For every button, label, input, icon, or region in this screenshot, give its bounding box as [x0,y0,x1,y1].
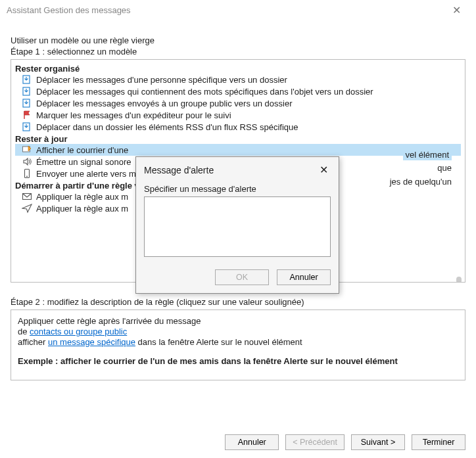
window-title: Assistant Gestion des messages [7,5,443,15]
rule-label: Marquer les messages d'un expéditeur pou… [36,110,231,120]
rule-label: Appliquer la règle aux m [36,204,128,214]
alert-message-dialog: Message d'alerte ✕ Spécifier un message … [135,156,339,294]
rule-label: Déplacer dans un dossier les éléments RS… [36,122,298,132]
rule-label: Déplacer les messages d'une personne spé… [36,75,287,85]
desc-line1: Appliquer cette règle après l'arrivée du… [18,316,458,326]
scrollbar-thumb[interactable] [456,277,462,283]
previous-button: < Précédent [285,434,345,450]
move-to-folder-icon [22,86,32,97]
dialog-body: Spécifier un message d'alerte [136,181,339,265]
dialog-cancel-button[interactable]: Annuler [277,269,331,285]
wizard-footer: Annuler < Précédent Suivant > Terminer [0,434,476,450]
svg-point-6 [26,176,28,177]
step1-label: Étape 1 : sélectionnez un modèle [11,47,465,57]
rule-label: Afficher le courrier d'une [36,145,128,155]
rule-move-rss[interactable]: Déplacer dans un dossier les éléments RS… [15,121,461,133]
rule-move-group[interactable]: Déplacer les messages envoyés à un group… [15,97,461,109]
dialog-close-button[interactable]: ✕ [317,164,331,176]
finish-button[interactable]: Terminer [412,434,465,450]
rule-list-organised: Déplacer les messages d'une personne spé… [15,74,461,133]
category-organised: Rester organisé [15,64,461,74]
next-button[interactable]: Suivant > [351,434,405,450]
link-message[interactable]: un message spécifique [48,337,135,347]
desc-example: Exemple : afficher le courrier de l'un d… [18,356,458,366]
dialog-titlebar: Message d'alerte ✕ [136,157,339,181]
rule-alert-window[interactable]: Afficher le courrier d'une [15,144,461,156]
rule-move-person[interactable]: Déplacer les messages d'une personne spé… [15,74,461,85]
rule-label: Déplacer les messages envoyés à un group… [36,99,293,108]
description-panel: Appliquer cette règle après l'arrivée du… [11,309,465,380]
dialog-ok-button: OK [215,269,269,285]
flag-icon [22,110,32,120]
step2-label: Étape 2 : modifiez la description de la … [11,297,465,307]
dialog-title: Message d'alerte [144,165,317,175]
dialog-label: Spécifier un message d'alerte [144,184,331,194]
desc-line3: afficher un message spécifique dans la f… [18,337,458,347]
move-to-folder-icon [22,98,32,108]
rule-sound-tail: que [437,163,452,173]
window-close-button[interactable]: ✕ [443,4,469,16]
intro-heading: Utiliser un modèle ou une règle vierge [11,35,465,45]
rule-mobile-tail: jes de quelqu'un [390,177,452,187]
mobile-icon [22,168,32,179]
rule-flag-sender[interactable]: Marquer les messages d'un expéditeur pou… [15,109,461,121]
rule-label: Appliquer la règle aux m [36,192,128,202]
rule-label: Déplacer les messages qui contiennent de… [36,87,373,97]
envelope-icon [22,191,32,202]
sound-icon [22,156,32,167]
alert-window-icon [22,145,32,155]
rule-label: Envoyer une alerte vers m [36,169,136,179]
dialog-footer: OK Annuler [136,265,339,293]
move-to-folder-icon [22,74,32,85]
category-uptodate: Rester à jour [15,134,461,144]
link-contacts[interactable]: contacts ou groupe public [30,327,127,336]
cancel-button[interactable]: Annuler [225,434,279,450]
rule-alert-window-tail: vel élément [403,149,452,160]
rule-label: Émettre un signal sonore [36,157,131,167]
send-icon [22,203,32,214]
rule-move-words[interactable]: Déplacer les messages qui contiennent de… [15,85,461,97]
move-to-folder-icon [22,122,32,132]
scrollbar[interactable] [454,66,464,275]
desc-line2: de contacts ou groupe public [18,327,458,336]
alert-message-input[interactable] [144,196,331,257]
titlebar: Assistant Gestion des messages ✕ [0,0,476,20]
